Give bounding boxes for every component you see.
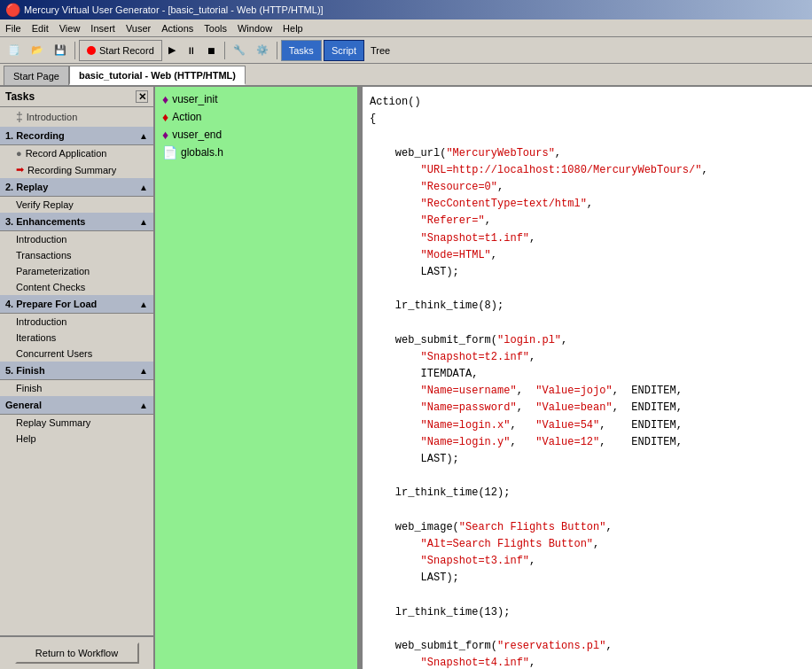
return-workflow-button[interactable]: Return to Workflow [15,642,139,664]
menu-help[interactable]: Help [277,21,308,35]
task-recording-summary[interactable]: ➡ Recording Summary [0,161,153,178]
task-replay-summary[interactable]: Replay Summary [0,415,153,431]
arrow-right-icon: ➡ [16,164,24,175]
section-finish[interactable]: 5. Finish ▲ [0,362,153,380]
tasks-view-button[interactable]: Tasks [281,40,322,61]
section-prepare-label: 4. Prepare For Load [5,299,97,309]
app-icon: 🔴 [5,3,20,17]
task-verify-replay[interactable]: Verify Replay [0,197,153,213]
task-label: Replay Summary [16,417,90,428]
tasks-title: Tasks [5,90,35,103]
code-panel[interactable]: Action() { web_url("MercuryWebTours", "U… [363,87,812,669]
menu-actions[interactable]: Actions [156,21,199,35]
main-area: Tasks ✕ ‡ Introduction 1. Recording ▲ ● … [0,87,812,669]
menu-file[interactable]: File [0,21,27,35]
collapse-icon: ▲ [139,366,148,376]
toolbar-save[interactable]: 💾 [50,40,71,61]
collapse-icon: ▲ [139,183,148,192]
menu-bar: File Edit View Insert Vuser Actions Tool… [0,19,812,37]
task-label: Concurrent Users [16,348,92,359]
file-vuser-init[interactable]: ♦ vuser_init [159,90,354,108]
title-bar: 🔴 Mercury Virtual User Generator - [basi… [0,0,812,19]
section-finish-label: 5. Finish [5,365,45,376]
file-icon-purple: ♦ [162,92,168,106]
task-label: Finish [16,383,42,393]
record-icon [87,46,96,55]
file-action[interactable]: ♦ Action [159,108,354,126]
task-iterations[interactable]: Iterations [0,330,153,346]
task-label: Introduction [27,112,77,122]
file-label: vuser_end [172,128,222,141]
section-recording[interactable]: 1. Recording ▲ [0,127,153,145]
separator-3 [277,42,277,59]
start-record-button[interactable]: Start Record [79,40,162,61]
tasks-header: Tasks ✕ [0,87,153,107]
file-icon-gray: 📄 [162,145,177,159]
toolbar-new[interactable]: 🗒️ [4,40,25,61]
task-label: Introduction [16,316,66,327]
file-globals-h[interactable]: 📄 globals.h [159,144,354,161]
toolbar-play[interactable]: ▶ [164,40,180,61]
section-enhancements-label: 3. Enhancements [5,216,85,227]
menu-tools[interactable]: Tools [199,21,232,35]
menu-edit[interactable]: Edit [27,21,54,35]
tab-basic-tutorial[interactable]: basic_tutorial - Web (HTTP/HTML) [69,66,246,85]
task-concurrent-users[interactable]: Concurrent Users [0,346,153,362]
section-recording-label: 1. Recording [5,130,65,141]
collapse-icon: ▲ [139,401,148,410]
tree-view-button[interactable]: Tree [366,40,394,61]
toolbar: 🗒️ 📂 💾 Start Record ▶ ⏸ ⏹ 🔧 ⚙️ Tasks Scr… [0,37,812,64]
file-icon-action: ♦ [162,110,168,124]
code-content: Action() { web_url("MercuryWebTours", "U… [370,94,805,669]
task-label: Transactions [16,250,72,261]
section-replay[interactable]: 2. Replay ▲ [0,178,153,197]
task-label: Parameterization [16,266,90,276]
toolbar-extra2[interactable]: ⚙️ [252,40,273,61]
menu-window[interactable]: Window [232,21,277,35]
section-enhancements[interactable]: 3. Enhancements ▲ [0,213,153,231]
file-panel: ♦ vuser_init ♦ Action ♦ vuser_end 📄 glob… [155,87,359,669]
toolbar-open[interactable]: 📂 [27,40,48,61]
toolbar-stop[interactable]: ⏹ [202,40,221,61]
task-label: Recording Summary [27,165,116,175]
separator-2 [224,42,225,59]
task-label: Introduction [16,234,66,245]
separator-1 [74,42,75,59]
task-finish[interactable]: Finish [0,380,153,396]
task-label: Iterations [16,332,56,343]
task-intro-prepare[interactable]: Introduction [0,314,153,330]
file-vuser-end[interactable]: ♦ vuser_end [159,126,354,144]
return-workflow-section: Return to Workflow [0,635,153,669]
task-parameterization[interactable]: Parameterization [0,263,153,279]
task-intro-enhancements[interactable]: Introduction [0,231,153,247]
file-label: Action [172,111,201,123]
section-prepare[interactable]: 4. Prepare For Load ▲ [0,295,153,314]
task-label: Content Checks [16,282,85,292]
collapse-icon: ▲ [139,217,148,227]
toolbar-pause[interactable]: ⏸ [182,40,200,61]
menu-insert[interactable]: Insert [85,21,121,35]
file-label: globals.h [181,146,223,159]
menu-vuser[interactable]: Vuser [121,21,156,35]
task-content-checks[interactable]: Content Checks [0,279,153,295]
file-panel-content: ♦ vuser_init ♦ Action ♦ vuser_end 📄 glob… [155,87,357,165]
section-general[interactable]: General ▲ [0,396,153,415]
file-label: vuser_init [172,93,217,105]
tab-start-page[interactable]: Start Page [4,66,69,85]
tab-bar: Start Page basic_tutorial - Web (HTTP/HT… [0,64,812,87]
task-help[interactable]: Help [0,431,153,447]
task-item-introduction-top[interactable]: ‡ Introduction [0,107,153,127]
task-record-application[interactable]: ● Record Application [0,145,153,161]
tasks-close-button[interactable]: ✕ [136,90,148,103]
menu-view[interactable]: View [54,21,86,35]
bullet-icon: ‡ [16,110,23,124]
toolbar-extra1[interactable]: 🔧 [229,40,250,61]
task-label: Verify Replay [16,199,74,210]
task-label: Help [16,433,36,444]
script-view-button[interactable]: Script [324,40,364,61]
task-label: Record Application [26,148,107,159]
collapse-icon: ▲ [139,299,148,309]
title-text: Mercury Virtual User Generator - [basic_… [24,4,324,15]
task-transactions[interactable]: Transactions [0,247,153,263]
left-panel: Tasks ✕ ‡ Introduction 1. Recording ▲ ● … [0,87,155,669]
